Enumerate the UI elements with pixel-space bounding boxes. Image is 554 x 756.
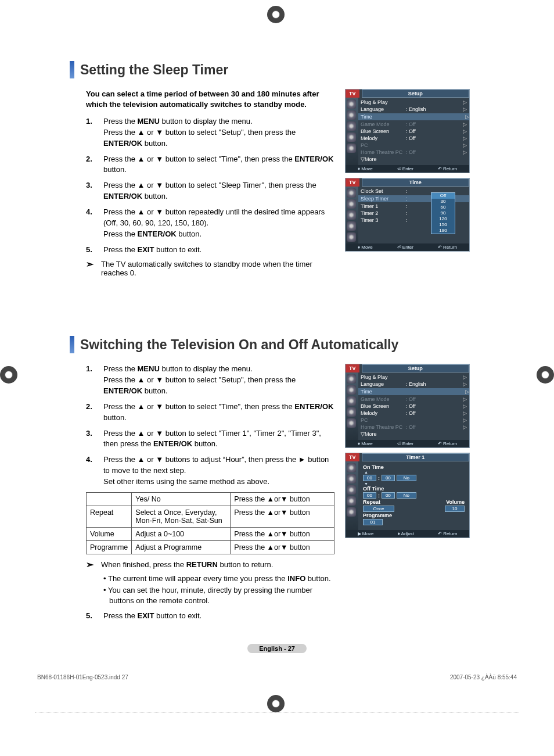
- osd-row-label: Timer 1: [361, 203, 406, 209]
- osd-return: ↶ Return: [438, 531, 457, 536]
- step-number: 5.: [86, 611, 96, 622]
- off-time-label: Off Time: [363, 486, 465, 492]
- osd-row: Blue Screen: Off▷: [361, 128, 467, 135]
- osd-icon: [347, 418, 356, 428]
- osd-row-label: Melody: [361, 135, 406, 141]
- section1-intro: You can select a time period of between …: [86, 89, 334, 109]
- osd-title: Timer 1: [362, 453, 469, 461]
- osd-row-label: Clock Set: [361, 188, 406, 194]
- osd-enter: ⏎ Enter: [397, 245, 413, 250]
- programme-label: Programme: [363, 513, 465, 518]
- osd-icon: [347, 188, 356, 198]
- osd-icon: [347, 99, 356, 109]
- table-cell: Adjust a Programme: [132, 540, 231, 554]
- osd-return: ↶ Return: [438, 441, 457, 446]
- osd-row-value: : Off: [406, 424, 467, 430]
- step-item: 1.Press the MENU button to display the m…: [86, 364, 334, 397]
- table-row: Yes/ NoPress the ▲or▼ button: [87, 492, 334, 506]
- table-cell: Yes/ No: [132, 492, 231, 506]
- osd-row: Time▷: [358, 388, 469, 395]
- table-cell: Repeat: [87, 506, 132, 527]
- osd-icon: [347, 144, 356, 153]
- osd-row: Language: English▷: [361, 381, 467, 388]
- osd-icon-col: [346, 98, 358, 165]
- osd-row-value: : Off: [406, 121, 467, 127]
- cut-line: [35, 712, 519, 712]
- table-row: VolumeAdjust a 0~100Press the ▲or▼ butto…: [87, 527, 334, 540]
- osd-row-label: Time: [361, 114, 406, 120]
- osd-icon: [347, 232, 356, 242]
- osd-row-value: : English: [406, 381, 467, 387]
- arrow-right-icon: ▷: [463, 99, 467, 105]
- osd-move: ♦ Move: [358, 245, 373, 250]
- step-number: 1.: [86, 364, 96, 397]
- arrow-right-icon: ▷: [463, 135, 467, 141]
- step-number: 2.: [86, 154, 96, 176]
- step-body: Press the ▲ or ▼ button to select "Sleep…: [103, 180, 334, 202]
- note-icon: ➣: [86, 259, 95, 277]
- osd-move: ♦ Move: [358, 166, 373, 171]
- step-item: 5.Press the EXIT button to exit.: [86, 245, 334, 256]
- table-cell: Select a Once, Everyday, Mon-Fri, Mon-Sa…: [132, 506, 231, 527]
- section2-title: Switching the Television On and Off Auto…: [80, 337, 398, 353]
- osd-tv-label: TV: [346, 453, 359, 461]
- osd-dropdown-item: 120: [431, 216, 455, 222]
- osd-time-menu: TVTimeClock Set:Sleep Timer:Timer 1:Time…: [345, 178, 470, 252]
- osd-icon-col: [346, 187, 358, 243]
- repeat-value: Once: [363, 506, 394, 512]
- table-cell: Volume: [87, 527, 132, 540]
- step-body: Press the ▲ or ▼ button to select "Time"…: [103, 154, 334, 176]
- osd-row-label: Home Theatre PC: [361, 424, 406, 430]
- note-icon: ➣: [86, 559, 95, 570]
- section2-bullets: The current time will appear every time …: [86, 574, 334, 607]
- arrow-right-icon: ▷: [463, 424, 467, 430]
- osd-row: ▽More: [361, 156, 467, 163]
- step-item: 3.Press the ▲ or ▼ button to select "Tim…: [86, 428, 334, 450]
- step-number: 1.: [86, 116, 96, 149]
- table-row: RepeatSelect a Once, Everyday, Mon-Fri, …: [87, 506, 334, 527]
- osd-move: ▶ Move: [358, 531, 374, 536]
- osd-row-label: Blue Screen: [361, 128, 406, 134]
- on-time-label: On Time: [363, 464, 465, 470]
- osd-icon: [347, 396, 356, 406]
- osd-icon: [347, 385, 356, 395]
- table-cell: Programme: [87, 540, 132, 554]
- table-row: ProgrammeAdjust a ProgrammePress the ▲or…: [87, 540, 334, 554]
- osd-row-label: Timer 3: [361, 217, 406, 223]
- osd-row-label: Home Theatre PC: [361, 149, 406, 155]
- source-file: BN68-01186H-01Eng-0523.indd 27: [37, 674, 128, 680]
- osd-dropdown-item: 30: [431, 199, 455, 205]
- step-number: 3.: [86, 180, 96, 202]
- osd-icon: [347, 221, 356, 231]
- repeat-label: Repeat: [363, 499, 393, 505]
- osd-icon: [347, 496, 356, 506]
- bullet-item: The current time will appear every time …: [109, 574, 334, 584]
- osd-dropdown-item: 150: [431, 222, 455, 228]
- sleep-timer-dropdown: Off306090120150180: [431, 192, 455, 234]
- title-accent-bar: [70, 61, 74, 78]
- osd-row-label: Language: [361, 106, 406, 112]
- settings-table: Yes/ NoPress the ▲or▼ buttonRepeatSelect…: [86, 492, 334, 554]
- osd-title: Time: [362, 178, 469, 187]
- section1-note: The TV automatically switches to standby…: [101, 260, 334, 277]
- arrow-right-icon: ▷: [463, 403, 467, 409]
- osd-row-label: Plug & Play: [361, 99, 406, 105]
- osd-row-label: Melody: [361, 410, 406, 416]
- osd-timer1-menu: TVTimer 1On Time▲00:00No▼Off Time00:00No…: [345, 453, 470, 538]
- arrow-right-icon: ▷: [463, 374, 467, 380]
- osd-row: Game Mode: Off▷: [361, 121, 467, 128]
- on-time-hour: 00: [363, 475, 376, 481]
- osd-row-value: : Off: [406, 403, 467, 409]
- osd-row-value: : Off: [406, 149, 467, 155]
- arrow-right-icon: ▷: [463, 410, 467, 416]
- table-cell: Press the ▲or▼ button: [231, 540, 334, 554]
- osd-footer: ▶ Move♦ Adjust↶ Return: [346, 530, 469, 538]
- arrow-right-icon: ▷: [463, 121, 467, 127]
- osd-row: Melody: Off▷: [361, 135, 467, 142]
- osd-tv-label: TV: [346, 89, 359, 98]
- step-item: 2.Press the ▲ or ▼ button to select "Tim…: [86, 402, 334, 424]
- osd-adjust: ♦ Adjust: [398, 531, 414, 536]
- osd-row: ▽More: [361, 431, 467, 438]
- osd-title: Setup: [362, 364, 469, 372]
- osd-icon: [347, 210, 356, 220]
